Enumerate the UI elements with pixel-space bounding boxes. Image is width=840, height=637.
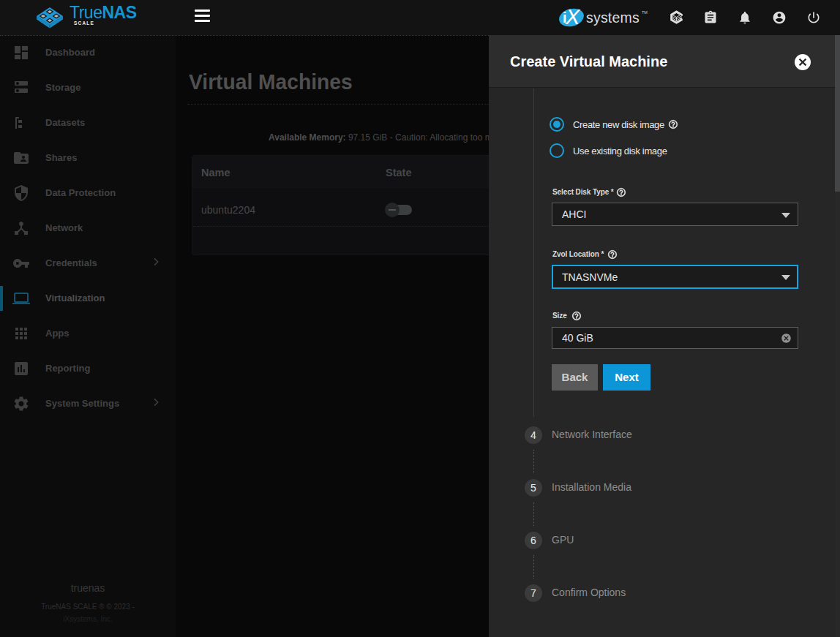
svg-text:TM: TM: [642, 10, 648, 15]
svg-text:X: X: [565, 5, 581, 29]
svg-text:systems: systems: [586, 10, 640, 26]
